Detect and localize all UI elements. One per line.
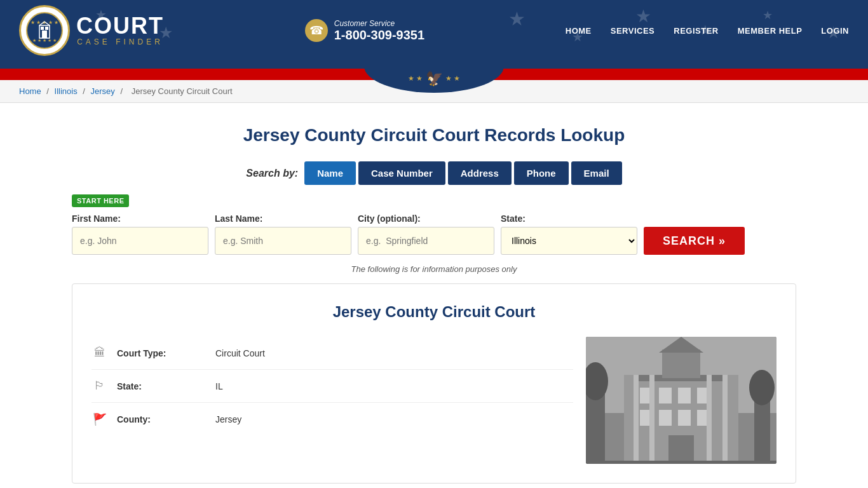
site-header: ★ ★ ★ ★ ★ ★ ★ ★ ★ ★ ★ ★ ★ ★ ★ ★ ★ ★ ★ CO… <box>0 0 868 61</box>
search-tabs: Name Case Number Address Phone Email <box>304 161 621 185</box>
breadcrumb-sep-2: / <box>83 86 87 96</box>
svg-rect-12 <box>42 30 47 38</box>
svg-rect-41 <box>722 375 728 464</box>
svg-rect-34 <box>662 349 700 378</box>
state-label: State: <box>501 214 637 224</box>
last-name-input[interactable] <box>215 227 351 255</box>
cs-text: Customer Service 1-800-309-9351 <box>334 19 424 43</box>
detail-row-county: 🚩 County: Jersey <box>92 403 573 436</box>
svg-text:★ ★ ★ ★ ★: ★ ★ ★ ★ ★ <box>32 38 57 43</box>
logo-court-label: COURT <box>76 15 164 37</box>
court-details-table: 🏛 Court Type: Circuit Court 🏳 State: IL … <box>92 337 573 436</box>
state-detail-value: IL <box>215 381 223 391</box>
nav-register[interactable]: REGISTER <box>674 26 718 36</box>
info-note: The following is for information purpose… <box>72 264 796 274</box>
svg-text:★: ★ <box>508 8 526 29</box>
logo-badge: ★ ★ ★ ★ ★ ★ ★ ★ ★ ★ <box>19 5 70 56</box>
county-value: Jersey <box>215 414 241 424</box>
logo-text: COURT CASE FINDER <box>76 15 164 46</box>
detail-row-type: 🏛 Court Type: Circuit Court <box>92 337 573 370</box>
svg-rect-32 <box>668 435 694 464</box>
breadcrumb-illinois[interactable]: Illinois <box>55 86 78 96</box>
start-here-badge: START HERE <box>72 194 129 207</box>
svg-text:★: ★ <box>635 6 651 26</box>
search-area: Search by: Name Case Number Address Phon… <box>72 161 796 185</box>
state-group: State: IllinoisAlabamaAlaskaArizonaArkan… <box>501 214 637 255</box>
svg-rect-14 <box>45 27 48 30</box>
nav-member-help[interactable]: MEMBER HELP <box>738 26 803 36</box>
tab-address[interactable]: Address <box>448 161 512 185</box>
court-card-title: Jersey County Circuit Court <box>92 303 776 321</box>
search-button[interactable]: SEARCH » <box>644 227 745 255</box>
eagle-stars: ★ ★ 🦅 ★ ★ <box>408 71 459 87</box>
logo-area: ★ ★ ★ ★ ★ ★ ★ ★ ★ ★ COURT CASE FINDER <box>19 5 164 56</box>
svg-rect-42 <box>586 461 776 464</box>
tab-case-number[interactable]: Case Number <box>358 161 445 185</box>
state-select[interactable]: IllinoisAlabamaAlaskaArizonaArkansasCali… <box>501 227 637 255</box>
customer-service: ☎ Customer Service 1-800-309-9351 <box>305 19 424 43</box>
svg-rect-40 <box>707 375 712 464</box>
first-name-input[interactable] <box>72 227 208 255</box>
tab-phone[interactable]: Phone <box>514 161 569 185</box>
page-title: Jersey County Circuit Court Records Look… <box>72 125 796 146</box>
main-content: Jersey County Circuit Court Records Look… <box>53 103 815 488</box>
city-input[interactable] <box>358 227 494 255</box>
county-label: County: <box>117 414 206 424</box>
svg-rect-13 <box>41 27 44 30</box>
svg-text:★ ★ ★ ★ ★: ★ ★ ★ ★ ★ <box>31 20 58 25</box>
last-name-group: Last Name: <box>215 214 351 255</box>
svg-rect-39 <box>649 375 654 464</box>
breadcrumb-current: Jersey County Circuit Court <box>132 86 233 96</box>
nav-services[interactable]: SERVICES <box>611 26 655 36</box>
svg-rect-26 <box>678 388 691 403</box>
breadcrumb-jersey[interactable]: Jersey <box>91 86 115 96</box>
header-decoration: ★ ★ 🦅 ★ ★ <box>0 61 868 80</box>
tab-email[interactable]: Email <box>571 161 622 185</box>
tab-name[interactable]: Name <box>304 161 356 185</box>
phone-icon: ☎ <box>305 19 328 42</box>
nav-login[interactable]: LOGIN <box>821 26 849 36</box>
county-icon: 🚩 <box>92 412 107 426</box>
court-details-layout: 🏛 Court Type: Circuit Court 🏳 State: IL … <box>92 337 776 464</box>
search-by-label: Search by: <box>246 168 298 179</box>
logo-case-finder-label: CASE FINDER <box>76 37 164 46</box>
cs-number: 1-800-309-9351 <box>334 28 424 43</box>
svg-point-44 <box>749 370 775 405</box>
court-type-icon: 🏛 <box>92 346 107 360</box>
court-type-label: Court Type: <box>117 348 206 358</box>
breadcrumb-home[interactable]: Home <box>19 86 41 96</box>
breadcrumb-sep-3: / <box>120 86 125 96</box>
main-nav: HOME SERVICES REGISTER MEMBER HELP LOGIN <box>566 26 849 36</box>
svg-text:★: ★ <box>763 9 773 22</box>
svg-rect-38 <box>634 375 639 464</box>
breadcrumb-sep-1: / <box>46 86 51 96</box>
form-container: START HERE First Name: Last Name: City (… <box>72 194 796 255</box>
court-image <box>586 337 776 464</box>
state-icon: 🏳 <box>92 379 107 393</box>
svg-rect-29 <box>659 410 672 426</box>
court-card: Jersey County Circuit Court 🏛 Court Type… <box>72 283 796 484</box>
svg-rect-30 <box>678 410 691 426</box>
last-name-label: Last Name: <box>215 214 351 224</box>
first-name-group: First Name: <box>72 214 208 255</box>
city-label: City (optional): <box>358 214 494 224</box>
detail-row-state: 🏳 State: IL <box>92 370 573 403</box>
cs-label: Customer Service <box>334 19 424 28</box>
city-group: City (optional): <box>358 214 494 255</box>
search-form: First Name: Last Name: City (optional): … <box>72 214 796 255</box>
first-name-label: First Name: <box>72 214 208 224</box>
court-type-value: Circuit Court <box>215 348 265 358</box>
state-detail-label: State: <box>117 381 206 391</box>
nav-home[interactable]: HOME <box>566 26 592 36</box>
svg-rect-25 <box>659 388 672 403</box>
